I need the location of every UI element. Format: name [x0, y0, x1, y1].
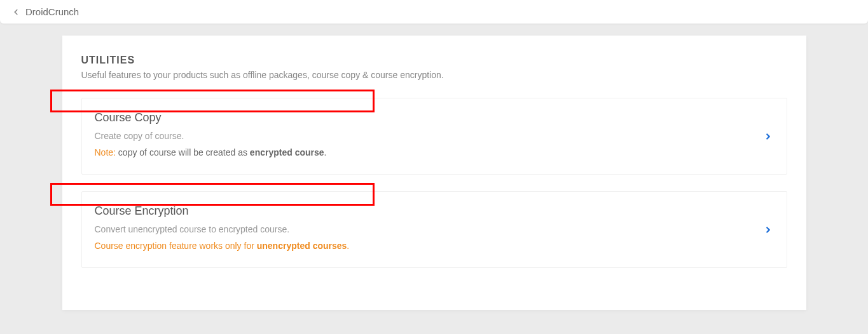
section-title: UTILITIES: [81, 55, 787, 66]
course-copy-note: Note: copy of course will be created as …: [95, 147, 748, 157]
note-text-pre: Course encryption feature works only for: [95, 241, 257, 251]
chevron-right-icon: [764, 225, 773, 234]
course-encryption-card[interactable]: Course Encryption Convert unencrypted co…: [81, 191, 787, 268]
highlight-box: [50, 90, 375, 112]
note-label: Note:: [95, 147, 116, 157]
topbar-title[interactable]: DroidCrunch: [25, 6, 79, 17]
note-text-bold: encrypted course: [250, 147, 324, 157]
back-icon[interactable]: [11, 8, 20, 17]
note-text-end: .: [324, 147, 327, 157]
topbar: DroidCrunch: [0, 0, 868, 24]
course-copy-subtitle: Create copy of course.: [95, 131, 748, 141]
chevron-right-icon: [764, 132, 773, 141]
page-wrap: UTILITIES Useful features to your produc…: [0, 24, 868, 334]
note-text-bold: unencrypted courses: [257, 241, 347, 251]
highlight-box: [50, 183, 375, 206]
course-copy-card[interactable]: Course Copy Create copy of course. Note:…: [81, 98, 787, 175]
utilities-panel: UTILITIES Useful features to your produc…: [62, 36, 806, 310]
note-text-end: .: [347, 241, 349, 251]
section-description: Useful features to your products such as…: [81, 70, 787, 80]
course-copy-title: Course Copy: [95, 111, 748, 124]
course-encryption-note: Course encryption feature works only for…: [95, 241, 748, 251]
course-encryption-subtitle: Convert unencrypted course to encrypted …: [95, 224, 748, 234]
note-text-mid: copy of course will be created as: [116, 147, 250, 157]
course-encryption-title: Course Encryption: [95, 204, 748, 218]
